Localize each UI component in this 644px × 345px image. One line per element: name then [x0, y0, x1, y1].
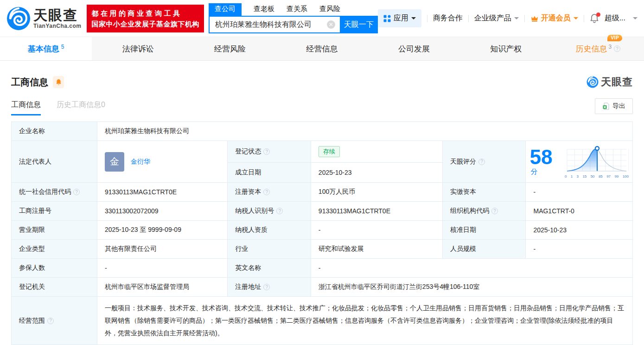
- search-tab-relation[interactable]: 查关系: [287, 3, 307, 16]
- help-icon[interactable]: [614, 45, 620, 52]
- table-row: 统一社会信用代码 91330113MAG1CTRT0E 注册资本 100万人民币…: [12, 183, 633, 202]
- help-icon[interactable]: [276, 208, 283, 214]
- divider: [427, 15, 427, 22]
- promo-banner: 都在用的商业查询工具 国家中小企业发展子基金旗下机构: [87, 5, 204, 32]
- notification-bell[interactable]: [590, 13, 599, 24]
- taxpayer-id-label: 纳税人识别号: [228, 202, 311, 221]
- taxpayer-quality-label: 纳税人资质: [228, 221, 311, 240]
- taxpayer-id-value: 91330113MAG1CTRT0E: [311, 202, 442, 221]
- table-row: 法定代表人 金 金衍华 登记状态 存续 天眼评分 58分: [12, 141, 633, 163]
- help-icon[interactable]: [263, 148, 270, 155]
- brand-name: 天眼查: [33, 8, 81, 23]
- score-axis-ticks: 01 315 5085 9799 100: [565, 174, 629, 179]
- reg-authority-value: 杭州市临平区市场监督管理局: [97, 278, 227, 297]
- notification-dot: [596, 13, 600, 17]
- industry-value: 研究和试验发展: [311, 240, 442, 259]
- search-tab-risk[interactable]: 查风险: [319, 3, 340, 16]
- apps-grid-icon: [383, 15, 391, 22]
- tab-history-info-label: 历史信息: [575, 44, 607, 54]
- approval-date-label: 核准日期: [442, 221, 526, 240]
- tab-history-info[interactable]: VIP 历史信息 3: [552, 37, 644, 60]
- nav-super-vip[interactable]: 超级...: [605, 13, 625, 23]
- industry-label: 行业: [228, 240, 311, 259]
- company-type-label: 企业类型: [12, 240, 97, 259]
- vip-badge: VIP: [607, 35, 622, 41]
- table-row: 企业名称 杭州珀莱雅生物科技有限公司: [12, 122, 633, 141]
- divider: [468, 15, 469, 22]
- help-icon[interactable]: [263, 284, 270, 290]
- score-distribution-chart: 01 315 5085 9799 100: [565, 145, 629, 179]
- tab-company-development[interactable]: 公司发展: [368, 37, 460, 60]
- search-input[interactable]: [209, 16, 340, 33]
- establish-date-value: 2025-10-23: [311, 163, 442, 183]
- export-button[interactable]: 导出: [595, 98, 633, 114]
- insured-count-label: 参保人数: [12, 259, 97, 278]
- subtab-business-registration[interactable]: 工商信息: [11, 100, 41, 115]
- tab-operating-risk[interactable]: 经营风险: [184, 37, 276, 60]
- watermark-text: 天眼查: [601, 75, 633, 89]
- subtab-history-registration[interactable]: 历史工商信息0: [57, 100, 105, 115]
- help-icon[interactable]: [263, 189, 270, 195]
- chevron-down-icon: [514, 17, 519, 19]
- legal-rep-link[interactable]: 金衍华: [131, 158, 150, 166]
- approval-date-value: 2025-10-23: [526, 221, 633, 240]
- legal-rep-cell: 金 金衍华: [97, 141, 227, 183]
- business-scope-value: 一般项目：技术服务、技术开发、技术咨询、技术交流、技术转让、技术推广；化妆品批发…: [97, 297, 632, 345]
- nav-cooperation-label: 商务合作: [433, 13, 463, 23]
- help-icon[interactable]: [478, 159, 485, 165]
- nav-cooperation[interactable]: 商务合作: [433, 13, 463, 23]
- tab-business-info-label: 经营信息: [306, 44, 338, 54]
- search-tab-company[interactable]: 查公司: [209, 3, 242, 16]
- nav-open-vip[interactable]: 开通会员: [530, 13, 578, 23]
- search-block: 查公司 查老板 查关系 查风险 天眼一下: [209, 3, 378, 33]
- tianyancha-logo[interactable]: 天眼查 TianYanCha.com: [6, 6, 81, 31]
- score-cell: 58分: [526, 141, 633, 183]
- help-icon[interactable]: [73, 189, 80, 195]
- reg-capital-value: 100万人民币: [311, 183, 442, 202]
- business-term-value: 2025-10-23 至 9999-09-09: [97, 221, 227, 240]
- company-type-value: 其他有限责任公司: [97, 240, 227, 259]
- insured-count-value: -: [97, 259, 227, 278]
- tab-intellectual-property[interactable]: 知识产权: [460, 37, 552, 60]
- tab-business-info[interactable]: 经营信息: [276, 37, 368, 60]
- reg-address-label: 注册地址: [228, 278, 311, 297]
- help-icon[interactable]: [47, 318, 54, 324]
- export-label: 导出: [612, 102, 625, 110]
- credit-code-label: 统一社会信用代码: [12, 183, 97, 202]
- credit-code-value: 91330113MAG1CTRT0E: [97, 183, 227, 202]
- legal-rep-label: 法定代表人: [12, 141, 97, 183]
- divider: [524, 15, 525, 22]
- divider: [584, 15, 584, 22]
- business-info-table: 企业名称 杭州珀莱雅生物科技有限公司 法定代表人 金 金衍华 登记状态 存续 天…: [11, 121, 633, 345]
- monitor-bell-button[interactable]: [53, 76, 64, 88]
- section-title: 工商信息: [11, 76, 48, 89]
- table-row: 参保人数 - 英文名称 -: [12, 259, 633, 278]
- nav-apps[interactable]: 应用: [378, 9, 421, 27]
- tab-company-development-label: 公司发展: [398, 44, 430, 54]
- search-tabs: 查公司 查老板 查关系 查风险: [209, 3, 378, 16]
- chevron-down-icon: [411, 17, 416, 19]
- search-tab-boss[interactable]: 查老板: [254, 3, 274, 16]
- nav-enterprise[interactable]: 企业级产品: [474, 13, 519, 23]
- table-row: 经营范围 一般项目：技术服务、技术开发、技术咨询、技术交流、技术转让、技术推广；…: [12, 297, 633, 345]
- org-code-label: 组织机构代码: [442, 202, 526, 221]
- tab-basic-info[interactable]: 基本信息 5: [0, 37, 92, 60]
- search-button[interactable]: 天眼一下: [340, 16, 378, 33]
- help-icon[interactable]: [491, 208, 498, 214]
- avatar[interactable]: 金: [105, 152, 124, 172]
- tianyancha-watermark: 天眼查: [587, 75, 633, 89]
- chevron-down-icon[interactable]: [633, 17, 638, 19]
- reg-number-label: 工商注册号: [12, 202, 97, 221]
- table-row: 工商注册号 330113002072009 纳税人识别号 91330113MAG…: [12, 202, 633, 221]
- tab-history-info-count: 3: [608, 44, 612, 50]
- clear-search-icon[interactable]: [327, 20, 335, 29]
- top-header: 天眼查 TianYanCha.com 都在用的商业查询工具 国家中小企业发展子基…: [0, 0, 644, 37]
- reg-capital-label: 注册资本: [228, 183, 311, 202]
- nav-enterprise-label: 企业级产品: [474, 13, 511, 23]
- reg-address-value: 浙江省杭州市临平区乔司街道汀兰街253号4幢106-110室: [311, 278, 632, 297]
- tab-basic-info-label: 基本信息: [28, 44, 59, 54]
- tab-legal[interactable]: 法律诉讼: [92, 37, 184, 60]
- score-value: 58: [529, 146, 552, 168]
- score-unit: 分: [530, 167, 537, 175]
- reg-status-label: 登记状态: [228, 141, 311, 163]
